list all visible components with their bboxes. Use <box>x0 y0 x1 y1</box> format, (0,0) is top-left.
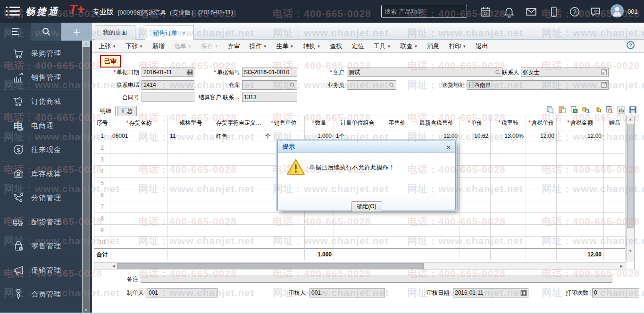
table-cell[interactable] <box>460 142 491 154</box>
salesman-field[interactable] <box>347 80 396 90</box>
address-field[interactable] <box>467 80 609 90</box>
row-number-cell[interactable]: 3 <box>94 154 110 166</box>
sidebar-item-promotion[interactable]: 促销管理 <box>0 258 82 282</box>
table-cell[interactable] <box>110 225 168 237</box>
export-excel-icon[interactable]: X <box>569 105 579 114</box>
table-cell[interactable] <box>413 237 460 248</box>
table-cell[interactable] <box>214 213 263 225</box>
table-cell[interactable] <box>214 178 263 189</box>
table-cell[interactable]: 10.62 <box>460 130 491 142</box>
calendar-icon[interactable]: 15 <box>479 6 492 18</box>
toolbar-button-查找[interactable]: 查找 <box>330 42 342 51</box>
nav-search-icon[interactable] <box>31 23 61 41</box>
table-cell[interactable] <box>214 201 263 213</box>
toolbar-button-退出[interactable]: 退出 <box>476 42 488 51</box>
toolbar-button-转换[interactable]: 转换▼ <box>303 42 321 51</box>
table-cell[interactable] <box>168 201 214 213</box>
table-cell[interactable] <box>413 213 460 225</box>
remark-field[interactable] <box>141 275 612 283</box>
row-number-cell[interactable]: 8 <box>94 213 110 225</box>
table-cell[interactable] <box>168 166 214 178</box>
chat-feedback-icon[interactable] <box>589 6 602 18</box>
toolbar-button-消息[interactable]: 消息 <box>427 42 439 51</box>
settle-contact-input[interactable] <box>243 94 297 101</box>
table-cell[interactable] <box>491 166 526 178</box>
toolbar-button-上张[interactable]: 上张▼ <box>99 42 116 51</box>
copy-icon[interactable] <box>545 105 555 114</box>
table-cell[interactable] <box>110 166 168 178</box>
table-cell[interactable]: 12.00 <box>526 130 557 142</box>
toolbar-button-生单[interactable]: 生单▼ <box>276 42 294 51</box>
audit-date-input[interactable] <box>453 289 520 296</box>
table-cell[interactable] <box>604 213 626 225</box>
sidebar-item-retail[interactable]: $零售管理 <box>0 234 82 258</box>
table-cell[interactable] <box>557 237 604 248</box>
table-cell[interactable] <box>557 166 604 178</box>
tab-sales-order[interactable]: 销售订单 × <box>145 25 194 40</box>
table-cell[interactable] <box>214 189 263 201</box>
row-number-cell[interactable]: 7 <box>94 201 110 213</box>
scroll-up-icon[interactable]: ▲ <box>627 116 634 123</box>
table-cell[interactable] <box>460 189 491 201</box>
table-cell[interactable] <box>168 189 214 201</box>
user-avatar[interactable] <box>611 4 624 17</box>
table-cell[interactable] <box>110 213 168 225</box>
table-cell[interactable] <box>305 237 334 248</box>
table-cell[interactable] <box>460 166 491 178</box>
scroll-right-icon[interactable]: ▶ <box>618 263 625 270</box>
table-cell[interactable] <box>526 166 557 178</box>
table-cell[interactable] <box>604 225 626 237</box>
table-cell[interactable] <box>305 225 334 237</box>
contact-input[interactable] <box>521 69 601 76</box>
table-cell[interactable] <box>491 213 526 225</box>
toolbar-button-打印[interactable]: 打印▼ <box>449 42 466 51</box>
table-cell[interactable] <box>381 213 413 225</box>
settle-contact-field[interactable] <box>242 93 297 102</box>
table-cell[interactable] <box>526 201 557 213</box>
row-number-cell[interactable]: 9 <box>94 225 110 237</box>
table-cell[interactable] <box>263 225 305 237</box>
table-cell[interactable]: 红色 <box>214 130 263 142</box>
toolbar-button-操作[interactable]: 操作▼ <box>250 42 267 51</box>
table-cell[interactable] <box>214 237 263 248</box>
table-cell[interactable] <box>168 237 214 248</box>
scrollbar-thumb[interactable] <box>627 124 634 228</box>
print-count-input[interactable] <box>593 289 639 296</box>
table-cell[interactable] <box>168 154 214 166</box>
table-cell[interactable] <box>334 237 381 248</box>
table-cell[interactable] <box>604 166 626 178</box>
table-cell[interactable] <box>557 154 604 166</box>
table-cell[interactable] <box>557 178 604 189</box>
scrollbar-thumb[interactable] <box>117 263 424 269</box>
table-cell[interactable] <box>334 225 381 237</box>
table-cell[interactable] <box>491 178 526 189</box>
row-number-cell[interactable]: 5 <box>94 178 110 189</box>
table-cell[interactable] <box>604 237 626 248</box>
table-cell[interactable] <box>526 213 557 225</box>
toolbar-button-下张[interactable]: 下张▼ <box>125 42 143 51</box>
address-input[interactable] <box>467 82 601 88</box>
table-cell[interactable] <box>381 225 413 237</box>
scroll-down-icon[interactable]: ▼ <box>627 248 634 255</box>
table-cell[interactable]: 13.00% <box>491 130 526 142</box>
table-cell[interactable] <box>491 189 526 201</box>
creator-input[interactable] <box>147 289 217 296</box>
table-cell[interactable] <box>604 130 626 142</box>
mail-icon[interactable] <box>525 6 537 18</box>
table-cell[interactable] <box>168 142 214 154</box>
table-cell[interactable] <box>491 237 526 248</box>
search-input[interactable] <box>382 8 470 15</box>
toolbar-button-定位[interactable]: 定位 <box>351 42 364 51</box>
table-cell[interactable] <box>526 225 557 237</box>
sidebar-item-ecommerce[interactable]: 电电商通 <box>0 114 82 138</box>
table-cell[interactable] <box>604 201 626 213</box>
table-cell[interactable] <box>110 189 168 201</box>
table-cell[interactable] <box>460 237 491 248</box>
table-cell[interactable] <box>604 154 626 166</box>
table-cell[interactable] <box>460 201 491 213</box>
table-cell[interactable] <box>604 178 626 189</box>
ok-button[interactable]: 确定(O) <box>351 201 382 212</box>
table-cell[interactable]: 06001 <box>110 130 168 142</box>
table-cell[interactable] <box>110 142 168 154</box>
sidebar-item-cash[interactable]: $往来现金 <box>0 138 82 162</box>
